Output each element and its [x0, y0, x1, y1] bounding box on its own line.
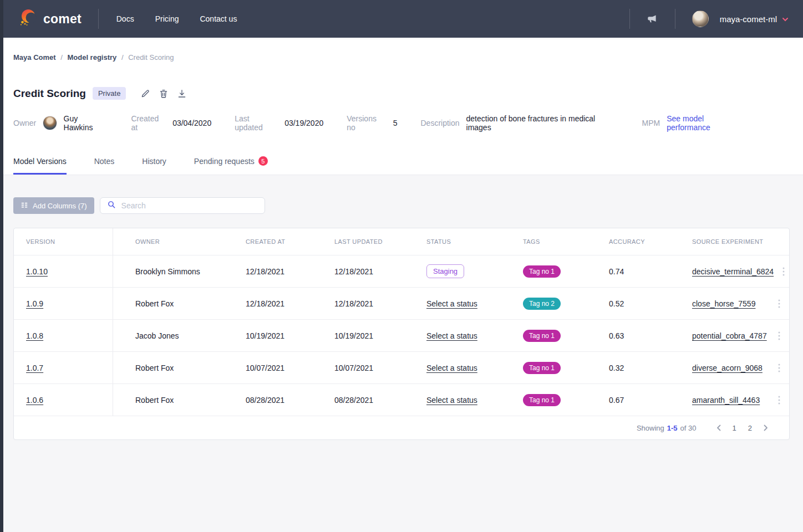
accuracy-cell: 0.74	[587, 255, 670, 287]
version-link[interactable]: 1.0.6	[26, 396, 43, 405]
tab-pending-requests[interactable]: Pending requests 5	[194, 156, 268, 175]
page-number-2[interactable]: 2	[748, 424, 752, 432]
last-updated-label: Last updated	[235, 114, 278, 132]
source-experiment-link[interactable]: potential_cobra_4787	[692, 331, 767, 340]
owner-name: Guy Hawkins	[64, 114, 108, 132]
row-actions-kebab-icon[interactable]	[769, 331, 789, 340]
version-link[interactable]: 1.0.7	[26, 364, 43, 372]
select-status-link[interactable]: Select a status	[426, 396, 477, 405]
version-link[interactable]: 1.0.8	[26, 331, 43, 340]
column-header-accuracy[interactable]: ACCURACY	[587, 228, 670, 255]
tag-pill[interactable]: Tag no 1	[523, 265, 561, 278]
download-icon[interactable]	[177, 89, 187, 99]
column-header-created-at[interactable]: CREATED AT	[223, 228, 312, 255]
chevron-right-icon[interactable]	[764, 424, 768, 431]
column-header-status[interactable]: STATUS	[404, 228, 501, 255]
source-experiment-link[interactable]: diverse_acorn_9068	[692, 364, 763, 372]
versions-label: Versions no	[347, 114, 386, 132]
meta-owner: Owner Guy Hawkins	[13, 114, 108, 132]
description-value: detection of bone fractures in medical i…	[466, 114, 619, 132]
top-navbar: comet Docs Pricing Contact us maya-comet…	[0, 0, 803, 38]
owner-cell: Robert Fox	[113, 288, 223, 319]
select-status-link[interactable]: Select a status	[426, 331, 477, 340]
showing-label: Showing	[637, 424, 664, 432]
row-actions-kebab-icon[interactable]	[769, 396, 789, 405]
user-menu[interactable]: maya-comet-ml	[692, 11, 789, 27]
breadcrumb-workspace[interactable]: Maya Comet	[13, 53, 56, 62]
created-at-cell: 10/19/2021	[223, 320, 312, 351]
row-actions-kebab-icon[interactable]	[769, 299, 789, 308]
column-header-owner[interactable]: OWNER	[113, 228, 223, 255]
nav-link-docs[interactable]: Docs	[115, 11, 135, 27]
owner-cell: Brooklyn Simmons	[113, 255, 223, 287]
pagination: 1 2	[716, 424, 768, 432]
tab-history[interactable]: History	[142, 156, 166, 175]
tag-pill[interactable]: Tag no 1	[523, 330, 561, 342]
see-model-performance-link[interactable]: See model performance	[667, 114, 748, 132]
column-header-tags[interactable]: TAGS	[501, 228, 587, 255]
row-actions-kebab-icon[interactable]	[774, 267, 790, 276]
tag-pill[interactable]: Tag no 2	[523, 298, 561, 310]
pending-requests-count-badge: 5	[258, 156, 268, 166]
nav-divider	[629, 9, 630, 29]
title-row: Credit Scoring Private	[13, 87, 803, 100]
tab-notes[interactable]: Notes	[94, 156, 115, 175]
table-row: 1.0.9 Robert Fox 12/18/2021 12/18/2021 S…	[14, 287, 789, 319]
created-at-cell: 08/28/2021	[223, 384, 312, 416]
table-row: 1.0.7 Robert Fox 10/07/2021 10/07/2021 S…	[14, 351, 789, 383]
owner-cell: Jacob Jones	[113, 320, 223, 351]
source-experiment-link[interactable]: close_horse_7559	[692, 299, 755, 308]
tag-pill[interactable]: Tag no 1	[523, 362, 561, 374]
nav-divider	[98, 9, 99, 29]
table-toolbar: Add Columns (7)	[13, 197, 790, 214]
select-status-link[interactable]: Select a status	[426, 364, 477, 372]
tag-pill[interactable]: Tag no 1	[523, 394, 561, 406]
announcements-megaphone-icon[interactable]	[647, 13, 658, 25]
table-header-row: VERSION OWNER CREATED AT LAST UPDATED ST…	[14, 228, 789, 255]
breadcrumb-model-registry[interactable]: Model registry	[67, 53, 116, 62]
row-actions-kebab-icon[interactable]	[769, 364, 789, 372]
comet-brand[interactable]: comet	[18, 8, 82, 30]
accuracy-cell: 0.32	[587, 352, 670, 383]
owner-avatar	[43, 116, 57, 130]
showing-range: 1-5	[667, 424, 678, 432]
table-row: 1.0.8 Jacob Jones 10/19/2021 10/19/2021 …	[14, 319, 789, 351]
page-number-1[interactable]: 1	[733, 424, 736, 432]
last-updated-cell: 10/19/2021	[312, 320, 404, 351]
column-header-actions	[769, 228, 790, 255]
version-link[interactable]: 1.0.9	[26, 299, 43, 308]
meta-mpm: MPM See model performance	[642, 114, 748, 132]
nav-links: Docs Pricing Contact us	[115, 11, 238, 27]
column-header-version[interactable]: VERSION	[14, 228, 113, 255]
table-row: 1.0.6 Robert Fox 08/28/2021 08/28/2021 S…	[14, 383, 789, 416]
source-experiment-link[interactable]: decisive_terminal_6824	[692, 267, 774, 276]
add-columns-button[interactable]: Add Columns (7)	[13, 197, 94, 214]
tab-label: Notes	[94, 157, 115, 166]
left-edge-strip	[0, 0, 3, 532]
add-columns-label: Add Columns (7)	[33, 202, 87, 210]
last-updated-value: 03/19/2020	[284, 119, 323, 127]
column-header-source-experiment[interactable]: SOURCE EXPERIMENT	[670, 228, 769, 255]
select-status-link[interactable]: Select a status	[426, 299, 477, 308]
columns-icon	[21, 201, 28, 211]
model-versions-section: Add Columns (7) VERSION OWNER CREATED AT…	[0, 175, 803, 532]
source-experiment-link[interactable]: amaranth_sill_4463	[692, 396, 760, 405]
column-header-last-updated[interactable]: LAST UPDATED	[312, 228, 404, 255]
owner-label: Owner	[13, 119, 36, 127]
version-link[interactable]: 1.0.10	[26, 267, 48, 276]
last-updated-cell: 10/07/2021	[312, 352, 404, 383]
owner-cell: Robert Fox	[113, 384, 223, 416]
status-badge[interactable]: Staging	[426, 264, 464, 278]
edit-pencil-icon[interactable]	[140, 89, 150, 99]
tab-label: History	[142, 157, 166, 166]
nav-link-pricing[interactable]: Pricing	[154, 11, 180, 27]
tab-model-versions[interactable]: Model Versions	[13, 156, 67, 175]
search-box[interactable]	[100, 197, 265, 214]
user-name: maya-comet-ml	[720, 14, 777, 24]
model-meta-row: Owner Guy Hawkins Created at 03/04/2020 …	[13, 114, 790, 132]
search-input[interactable]	[121, 201, 258, 210]
nav-link-contact-us[interactable]: Contact us	[199, 11, 238, 27]
delete-trash-icon[interactable]	[159, 89, 169, 99]
accuracy-cell: 0.67	[587, 384, 670, 416]
chevron-left-icon[interactable]	[716, 424, 721, 431]
